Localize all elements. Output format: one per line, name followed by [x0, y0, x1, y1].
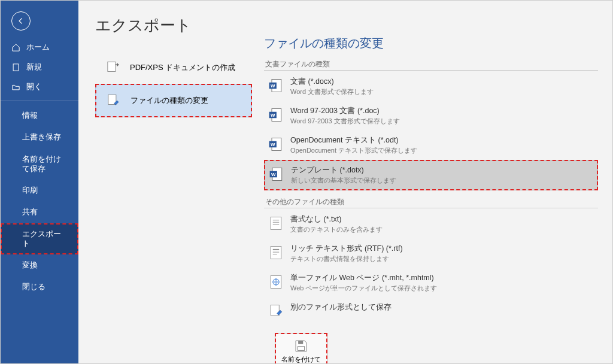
- nav-label: 新規: [26, 62, 42, 72]
- file-type-panel: ファイルの種類の変更 文書ファイルの種類 W 文書 (*.docx) Word …: [252, 1, 612, 363]
- file-type-title: 文書 (*.docx): [290, 77, 374, 87]
- word-doc-icon: W: [268, 136, 284, 153]
- svg-rect-1: [108, 62, 116, 71]
- save-icon: [293, 338, 309, 354]
- svg-text:W: W: [271, 83, 275, 89]
- file-type-title: 書式なし (*.txt): [290, 214, 383, 225]
- nav-home[interactable]: ホーム: [1, 38, 78, 57]
- export-option-label: PDF/XPS ドキュメントの作成: [130, 62, 235, 73]
- nav-export[interactable]: エクスポート: [1, 223, 78, 255]
- file-type-desc: Word 97-2003 文書形式で保存します: [290, 117, 400, 126]
- export-options-column: エクスポート PDF/XPS ドキュメントの作成 ファイルの種類の変更: [78, 1, 252, 363]
- file-type-desc: テキストの書式情報を保持します: [290, 254, 403, 263]
- file-type-desc: Web ページが単一のファイルとして保存されます: [290, 284, 437, 293]
- export-option-label: ファイルの種類の変更: [131, 95, 208, 106]
- folder-open-icon: [11, 83, 20, 92]
- word-doc-icon: W: [268, 77, 284, 94]
- text-file-icon: [268, 215, 284, 232]
- svg-text:W: W: [271, 172, 276, 177]
- web-page-icon: [268, 274, 284, 290]
- nav-open[interactable]: 開く: [1, 77, 78, 97]
- group-label-other: その他のファイルの種類: [264, 195, 598, 208]
- svg-rect-0: [13, 64, 19, 71]
- file-type-other[interactable]: 別のファイル形式として保存: [264, 298, 598, 324]
- page-title: エクスポート: [95, 15, 252, 36]
- nav-share[interactable]: 共有: [1, 201, 78, 223]
- nav-info[interactable]: 情報: [1, 105, 78, 126]
- export-option-pdf-xps[interactable]: PDF/XPS ドキュメントの作成: [95, 51, 252, 84]
- nav-new[interactable]: 新規: [1, 57, 78, 77]
- new-doc-icon: [11, 63, 20, 72]
- nav-save-as[interactable]: 名前を付けて保存: [1, 148, 78, 180]
- nav-save[interactable]: 上書き保存: [1, 126, 78, 148]
- word-template-icon: W: [268, 166, 285, 183]
- svg-rect-15: [271, 217, 281, 230]
- save-as-other-icon: [268, 303, 284, 320]
- panel-title: ファイルの種類の変更: [264, 35, 598, 51]
- change-file-type-icon: [105, 93, 121, 108]
- file-type-title: テンプレート (*.dotx): [291, 165, 396, 175]
- svg-rect-27: [298, 341, 303, 344]
- export-option-change-file-type[interactable]: ファイルの種類の変更: [95, 84, 252, 117]
- file-type-odt[interactable]: W OpenDocument テキスト (*.odt) OpenDocument…: [264, 131, 598, 160]
- save-as-label: 名前を付けて 保存: [281, 356, 321, 363]
- nav-label: ホーム: [26, 43, 50, 53]
- file-type-title: Word 97-2003 文書 (*.doc): [290, 106, 400, 116]
- file-type-docx[interactable]: W 文書 (*.docx) Word 文書形式で保存します: [264, 72, 598, 101]
- file-type-desc: OpenDocument テキスト形式で保存します: [290, 146, 417, 155]
- file-type-mht[interactable]: 単一ファイル Web ページ (*.mht, *.mhtml) Web ページが…: [264, 268, 598, 298]
- file-type-list-other: 書式なし (*.txt) 文書のテキストのみを含みます リッチ テキスト形式 (…: [264, 210, 598, 324]
- home-icon: [11, 43, 20, 52]
- nav-divider: [1, 101, 78, 101]
- nav-print[interactable]: 印刷: [1, 180, 78, 201]
- group-label-documents: 文書ファイルの種類: [264, 57, 598, 71]
- save-as-button[interactable]: 名前を付けて 保存: [275, 333, 327, 363]
- file-type-title: 別のファイル形式として保存: [290, 302, 392, 313]
- svg-text:W: W: [271, 113, 275, 118]
- file-type-title: OpenDocument テキスト (*.odt): [290, 135, 417, 145]
- backstage-view: ホーム 新規 開く 情報 上書き保存 名前を付けて保存 印刷 共有 エクスポート…: [0, 0, 613, 364]
- word-doc-icon: W: [268, 107, 284, 123]
- file-type-desc: 文書のテキストのみを含みます: [290, 225, 383, 234]
- file-type-title: リッチ テキスト形式 (RTF) (*.rtf): [290, 244, 403, 254]
- nav-label: 開く: [26, 82, 42, 92]
- file-type-list-documents: W 文書 (*.docx) Word 文書形式で保存します W Word 97-…: [264, 72, 598, 190]
- file-type-desc: 新しい文書の基本形式で保存します: [291, 176, 396, 185]
- svg-text:W: W: [271, 142, 275, 147]
- rtf-file-icon: [268, 244, 284, 261]
- file-type-doc[interactable]: W Word 97-2003 文書 (*.doc) Word 97-2003 文…: [264, 101, 598, 131]
- pdf-export-icon: [105, 60, 120, 75]
- back-button[interactable]: [11, 11, 31, 31]
- file-type-rtf[interactable]: リッチ テキスト形式 (RTF) (*.rtf) テキストの書式情報を保持します: [264, 239, 598, 268]
- nav-transform[interactable]: 変換: [1, 254, 78, 276]
- backstage-sidebar: ホーム 新規 開く 情報 上書き保存 名前を付けて保存 印刷 共有 エクスポート…: [1, 1, 78, 363]
- backstage-main: エクスポート PDF/XPS ドキュメントの作成 ファイルの種類の変更 ファイル…: [78, 1, 612, 363]
- file-type-dotx[interactable]: W テンプレート (*.dotx) 新しい文書の基本形式で保存します: [264, 160, 598, 190]
- svg-rect-19: [271, 247, 281, 259]
- file-type-desc: Word 文書形式で保存します: [290, 87, 374, 96]
- file-type-title: 単一ファイル Web ページ (*.mht, *.mhtml): [290, 273, 437, 283]
- nav-close[interactable]: 閉じる: [1, 276, 78, 298]
- file-type-txt[interactable]: 書式なし (*.txt) 文書のテキストのみを含みます: [264, 210, 598, 239]
- back-arrow-icon: [17, 17, 25, 25]
